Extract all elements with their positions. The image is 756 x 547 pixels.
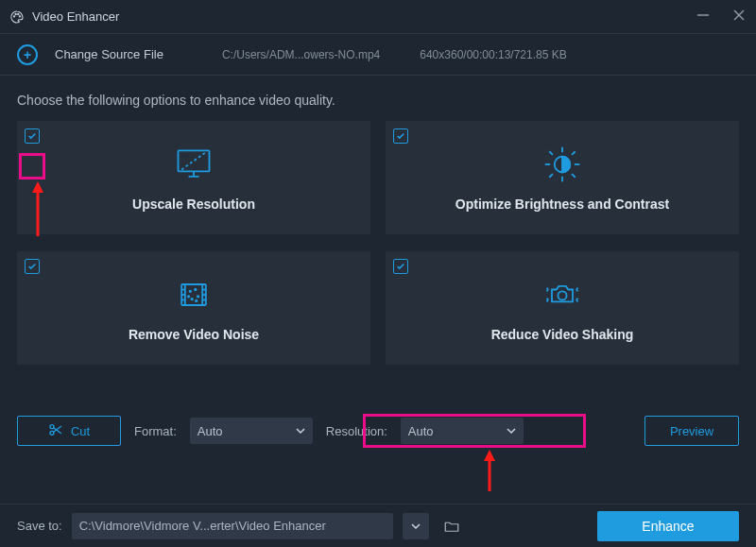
svg-point-2 [18,13,19,14]
cut-label: Cut [71,424,90,438]
save-to-label: Save to: [17,519,62,533]
svg-point-29 [190,291,191,292]
palette-icon [9,9,25,25]
card-title: Optimize Brightness and Contrast [455,197,669,212]
footer: Save to: C:\Vidmore\Vidmore V...erter\Vi… [0,504,756,547]
options-grid: Upscale Resolution Optimize Brightness a… [0,121,756,365]
scissors-icon [48,422,63,440]
checkbox-noise[interactable] [25,259,40,274]
enhance-button[interactable]: Enhance [597,511,739,541]
add-source-icon[interactable]: + [17,44,38,65]
svg-line-18 [572,151,576,155]
change-source-button[interactable]: Change Source File [55,47,163,61]
save-path-value: C:\Vidmore\Vidmore V...erter\Video Enhan… [79,519,326,533]
open-folder-button[interactable] [438,513,465,539]
format-select[interactable]: Auto [190,418,313,444]
brightness-icon [541,144,583,185]
svg-point-3 [19,15,20,16]
card-remove-noise[interactable]: Remove Video Noise [17,251,370,365]
format-value: Auto [198,424,223,438]
source-row: + Change Source File C:/Users/ADM...ower… [0,34,756,76]
chevron-down-icon [296,424,305,438]
checkbox-brightness[interactable] [393,128,408,144]
card-upscale-resolution[interactable]: Upscale Resolution [17,121,370,234]
svg-point-34 [196,300,197,301]
save-path-field[interactable]: C:\Vidmore\Vidmore V...erter\Video Enhan… [72,513,393,539]
svg-line-16 [549,151,553,155]
svg-point-33 [188,296,189,297]
close-button[interactable] [731,9,747,25]
source-meta: 640x360/00:00:13/721.85 KB [420,48,566,61]
card-title: Upscale Resolution [132,197,255,212]
checkbox-upscale[interactable] [25,128,40,144]
film-noise-icon [173,274,215,316]
annotation-arrow-up [482,450,497,493]
enhance-label: Enhance [642,519,694,534]
save-path-dropdown[interactable] [403,513,429,539]
resolution-label: Resolution: [326,424,387,438]
svg-point-32 [191,299,192,299]
svg-line-17 [572,174,576,178]
svg-point-31 [198,296,198,297]
svg-point-1 [15,13,16,14]
card-title: Reduce Video Shaking [491,327,634,342]
controls-row: Cut Format: Auto Resolution: Auto Previe… [0,416,756,446]
monitor-icon [173,144,215,185]
chevron-down-icon [507,424,516,438]
card-title: Remove Video Noise [129,327,259,342]
svg-line-8 [181,152,206,169]
cut-button[interactable]: Cut [17,416,121,446]
preview-label: Preview [670,424,713,438]
card-optimize-brightness[interactable]: Optimize Brightness and Contrast [386,121,739,234]
preview-button[interactable]: Preview [644,416,739,446]
resolution-select[interactable]: Auto [401,418,524,444]
svg-point-0 [13,15,14,16]
source-path: C:/Users/ADM...owers-NO.mp4 [222,48,380,61]
camera-shake-icon [541,274,583,316]
svg-point-35 [558,291,566,299]
instruction-text: Choose the following options to enhance … [0,76,756,121]
format-label: Format: [134,424,177,438]
svg-point-30 [195,289,196,290]
window-title: Video Enhancer [32,9,119,24]
minimize-button[interactable] [696,9,711,25]
svg-line-19 [549,174,553,178]
checkbox-shaking[interactable] [393,259,408,274]
title-bar: Video Enhancer [0,0,756,34]
resolution-value: Auto [408,424,434,438]
card-reduce-shaking[interactable]: Reduce Video Shaking [386,251,739,365]
